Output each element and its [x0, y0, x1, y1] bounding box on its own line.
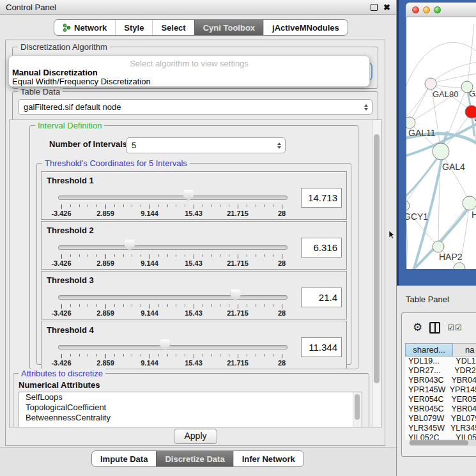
table-row[interactable]: YDL19...YDL19... [405, 357, 476, 366]
threshold-value-field[interactable]: 6.316 [301, 238, 342, 257]
table-row[interactable]: YBR043CYBR043C [405, 376, 476, 385]
node-gal4[interactable] [433, 143, 449, 160]
table-row[interactable]: YDR27...YDR27... [405, 366, 476, 376]
dropdown-item-equal-width-frequency[interactable]: Equal Width/Frequency Discretization [12, 77, 151, 86]
slider-track[interactable] [58, 196, 288, 200]
attribute-item-selfloops[interactable]: SelfLoops [19, 392, 362, 403]
cell-name[interactable]: YLR345W [447, 424, 476, 433]
top-tab-bar: NetworkStyleSelectCyni ToolboxjActiveMNo… [54, 19, 348, 36]
cell-name[interactable]: YBR043C [447, 376, 476, 385]
table-row[interactable]: YBL079WYBL079W [405, 414, 476, 424]
node-hap2[interactable] [433, 241, 444, 252]
tick-mark [194, 304, 194, 309]
tick-mark [229, 304, 229, 307]
scrollbar-thumb[interactable] [374, 134, 380, 383]
threshold-value-field[interactable]: 11.344 [301, 337, 342, 357]
close-icon[interactable]: ✖ [383, 3, 390, 12]
dropdown-item-manual-discretization[interactable]: Manual Discretization [12, 68, 98, 77]
cell-shared-name[interactable]: YLR345W [405, 424, 447, 433]
combo-spinner-icon[interactable] [360, 104, 372, 111]
scrollbar-thumb[interactable] [410, 440, 468, 445]
select-columns-checkboxes-icon[interactable]: ☑☑ [447, 324, 463, 332]
table-panel-toolbar: ⚙ ☑☑ [402, 313, 476, 342]
tab-label: Infer Network [242, 454, 295, 464]
cell-name[interactable]: YIL052C [452, 433, 476, 440]
table-data-select[interactable]: galFiltered.sif default node [18, 99, 372, 115]
node-h[interactable] [463, 196, 476, 210]
tab-style[interactable]: Style [115, 20, 152, 35]
tick-mark [238, 204, 238, 209]
cell-shared-name[interactable]: YIL052C [405, 433, 452, 440]
table-row[interactable]: YIL052CYIL052C [405, 433, 476, 440]
tick-mark [256, 254, 256, 257]
cell-name[interactable]: YER054C [447, 395, 476, 404]
threshold-value-field[interactable]: 21.4 [301, 288, 342, 307]
float-window-icon[interactable] [371, 4, 378, 11]
tab-label: jActiveMNodules [272, 23, 339, 33]
tab-infer-network[interactable]: Infer Network [233, 451, 303, 466]
scrollbar-thumb[interactable] [355, 394, 360, 420]
number-of-intervals-select[interactable]: 5 [126, 137, 286, 153]
horizontal-scrollbar[interactable] [409, 440, 476, 446]
split-columns-icon[interactable] [429, 322, 440, 334]
combo-spinner-icon[interactable] [273, 142, 285, 149]
attribute-item-topologicalcoefficient[interactable]: TopologicalCoefficient [19, 403, 362, 413]
tick-mark [167, 304, 168, 307]
node-gal11[interactable] [406, 117, 415, 128]
attribute-item-betweennesscentrality[interactable]: BetweennessCentrality [19, 413, 362, 423]
cell-name[interactable]: YDR27... [450, 366, 476, 376]
attributes-list[interactable]: SelfLoopsTopologicalCoefficientBetweenne… [19, 392, 362, 427]
tick-label: 28 [278, 359, 286, 367]
tab-discretize-data[interactable]: Discretize Data [156, 451, 233, 466]
table-row[interactable]: YLR345WYLR345W [405, 424, 476, 433]
tab-impute-data[interactable]: Impute Data [92, 451, 156, 466]
cell-shared-name[interactable]: YER054C [405, 395, 447, 404]
group-title: Attributes to discretize [19, 369, 105, 378]
cell-name[interactable]: YBR045C [447, 404, 476, 414]
tick-mark [220, 204, 220, 207]
network-window-titlebar[interactable] [406, 3, 476, 17]
cell-shared-name[interactable]: YDR27... [405, 366, 450, 376]
tab-network[interactable]: Network [54, 20, 115, 35]
threshold-2-panel: Threshold 2-3.4262.8599.14415.4321.71528… [41, 221, 347, 270]
tab-label: Network [74, 23, 107, 33]
threshold-value-field[interactable]: 14.713 [301, 188, 342, 208]
column-header-name[interactable]: na [453, 343, 476, 357]
node-gcy1[interactable] [406, 201, 410, 211]
tick-label: 15.43 [185, 309, 203, 317]
table-row[interactable]: YBR045CYBR045C [405, 404, 476, 414]
cell-shared-name[interactable]: YDL19... [405, 357, 452, 366]
table-row[interactable]: YPR145WYPR145W [405, 385, 476, 395]
cell-shared-name[interactable]: YBR045C [405, 404, 447, 414]
node-unlabeled[interactable] [454, 263, 465, 269]
apply-button[interactable]: Apply [174, 429, 217, 444]
cell-shared-name[interactable]: YBL079W [405, 414, 447, 424]
tab-select[interactable]: Select [152, 20, 194, 35]
tab-jactivemnodules[interactable]: jActiveMNodules [263, 20, 348, 35]
tab-cyni-toolbox[interactable]: Cyni Toolbox [194, 20, 263, 35]
tick-mark [141, 204, 141, 207]
node-label-hap2: HAP2 [439, 252, 463, 262]
slider-track[interactable] [58, 295, 288, 300]
cell-name[interactable]: YDL19... [452, 357, 476, 366]
zoom-traffic-light-icon[interactable] [434, 6, 441, 13]
table-row[interactable]: YER054CYER054C [405, 395, 476, 404]
minimize-traffic-light-icon[interactable] [423, 6, 430, 13]
close-traffic-light-icon[interactable] [412, 6, 419, 13]
cell-shared-name[interactable]: YBR043C [405, 376, 447, 385]
cell-name[interactable]: YPR145W [446, 385, 476, 395]
window-buttons: ✖ [371, 3, 390, 12]
network-canvas[interactable]: GAL80GACGAL11GAL4GCY1HHAP2 [406, 17, 476, 269]
network-graph[interactable]: GAL80GACGAL11GAL4GCY1HHAP2 [406, 17, 476, 269]
cell-name[interactable]: YBL079W [447, 414, 476, 424]
tick-mark [273, 204, 273, 207]
node-gal80[interactable] [425, 78, 436, 89]
vertical-scrollbar[interactable] [372, 120, 381, 427]
cell-shared-name[interactable]: YPR145W [405, 385, 446, 395]
list-scrollbar[interactable] [353, 392, 362, 427]
settings-gear-icon[interactable]: ⚙ [413, 322, 422, 333]
column-header-shared-name[interactable]: shared... [405, 343, 453, 357]
slider-track[interactable] [58, 245, 288, 250]
slider-track[interactable] [58, 345, 288, 349]
tick-mark [61, 304, 62, 309]
